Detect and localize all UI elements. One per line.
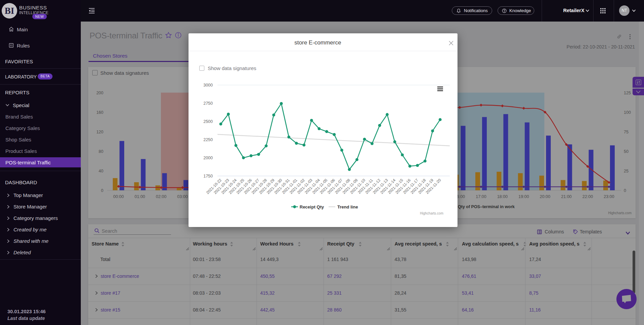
svg-text:Highcharts.com: Highcharts.com — [420, 212, 443, 215]
svg-text:2500: 2500 — [203, 119, 213, 124]
svg-text:2250: 2250 — [203, 137, 213, 142]
svg-text:1750: 1750 — [203, 174, 213, 178]
svg-text:Receipt Qty: Receipt Qty — [300, 204, 324, 209]
svg-text:Trend line: Trend line — [337, 204, 358, 209]
svg-text:2000: 2000 — [203, 156, 213, 160]
svg-text:2750: 2750 — [203, 101, 213, 106]
svg-text:3000: 3000 — [203, 83, 213, 88]
